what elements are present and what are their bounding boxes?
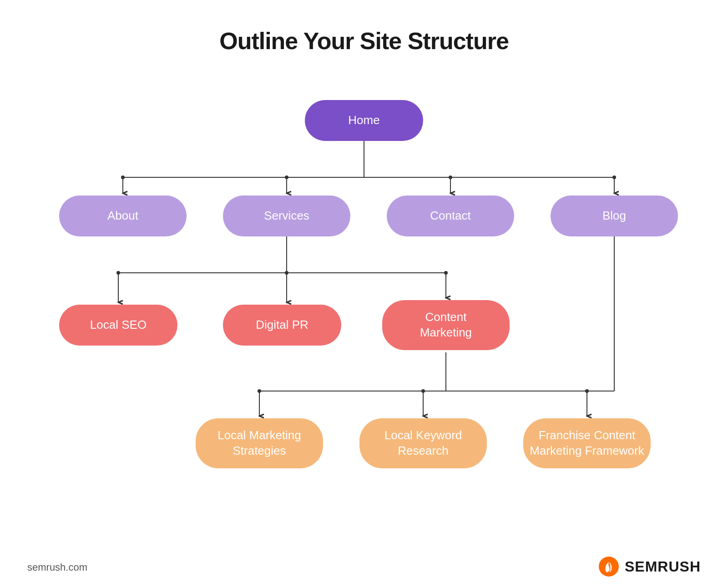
- svg-point-24: [585, 389, 589, 393]
- svg-point-14: [285, 271, 288, 275]
- svg-point-15: [444, 271, 448, 275]
- svg-point-5: [449, 176, 452, 179]
- node-about: About: [59, 196, 187, 236]
- svg-point-4: [285, 176, 288, 179]
- node-home: Home: [305, 100, 423, 141]
- node-local-keyword: Local KeywordResearch: [359, 418, 487, 468]
- node-local-marketing: Local MarketingStrategies: [196, 418, 323, 468]
- semrush-icon: [597, 555, 620, 578]
- semrush-logo: SEMRUSH: [597, 555, 701, 578]
- footer-url: semrush.com: [27, 562, 87, 573]
- node-services: Services: [223, 196, 350, 236]
- node-content-marketing: ContentMarketing: [382, 300, 510, 350]
- page-title: Outline Your Site Structure: [0, 0, 728, 55]
- semrush-brand-text: SEMRUSH: [625, 558, 701, 575]
- node-franchise: Franchise ContentMarketing Framework: [523, 418, 651, 468]
- node-blog: Blog: [551, 196, 678, 236]
- node-contact: Contact: [387, 196, 514, 236]
- svg-point-3: [121, 176, 125, 179]
- svg-point-23: [421, 389, 425, 393]
- node-digital-pr: Digital PR: [223, 305, 341, 346]
- diagram-container: Home About Services Contact Blog Local S…: [0, 73, 728, 550]
- node-local-seo: Local SEO: [59, 305, 177, 346]
- svg-point-6: [612, 176, 616, 179]
- svg-point-22: [258, 389, 261, 393]
- svg-point-13: [116, 271, 120, 275]
